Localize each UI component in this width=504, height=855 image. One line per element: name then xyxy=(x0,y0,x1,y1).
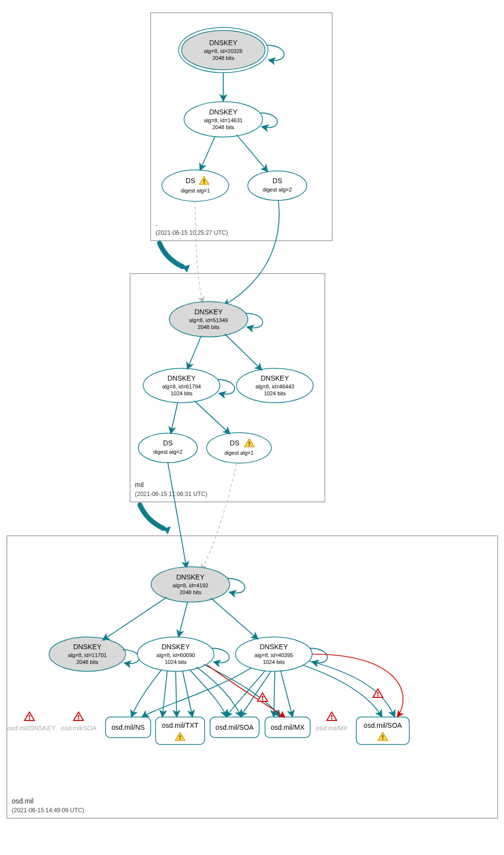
edge-milksk-zsk1 xyxy=(187,336,201,369)
edge-milksk-zsk2 xyxy=(225,334,262,370)
e-zsk1-mx xyxy=(204,664,280,717)
zone-mil-name: mil xyxy=(135,481,144,489)
rrset-ghost-mx: osd.mil/MX xyxy=(316,712,348,732)
svg-point-31 xyxy=(138,433,197,463)
zone-osd-name: osd.mil xyxy=(12,797,33,805)
svg-text:DNSKEY: DNSKEY xyxy=(194,308,223,316)
svg-text:DNSKEY: DNSKEY xyxy=(167,374,196,382)
edge-ds1-milksk xyxy=(195,201,203,303)
svg-point-16 xyxy=(248,171,307,200)
zone-osd-timestamp: (2021-06-15 14:49:09 UTC) xyxy=(12,807,84,814)
node-osd-zsk2[interactable]: DNSKEY alg=8, id=40395 1024 bits xyxy=(236,637,312,671)
dnssec-authentication-graph: . (2021-06-15 10:25:27 UTC) DNSKEY alg=8… xyxy=(0,0,504,855)
svg-text:alg=8, id=20326: alg=8, id=20326 xyxy=(204,48,243,54)
node-root-zsk[interactable]: DNSKEY alg=8, id=14631 2048 bits xyxy=(184,102,263,137)
svg-text:alg=8, id=61794: alg=8, id=61794 xyxy=(162,384,201,389)
rrset-ghost-soa1: osd.mil/SOA xyxy=(61,712,96,732)
zone-mil-timestamp: (2021-06-15 11:06:31 UTC) xyxy=(135,491,207,497)
rrset-ghost-dnskey: osd.mil/DNSKEY xyxy=(7,712,56,732)
node-mil-ds1[interactable]: DS digest alg=1 xyxy=(207,433,271,463)
svg-text:alg=8, id=40395: alg=8, id=40395 xyxy=(255,652,293,658)
svg-text:DS: DS xyxy=(230,439,239,447)
edge-milzsk1-ds2 xyxy=(171,403,178,433)
svg-text:DNSKEY: DNSKEY xyxy=(161,643,190,651)
edge-root-zsk-ds2 xyxy=(237,135,267,171)
zone-osd-box xyxy=(7,536,498,818)
node-mil-ds2[interactable]: DS digest alg=2 xyxy=(138,433,197,463)
edge-osd-ksk-self xyxy=(228,579,245,593)
node-root-ds2[interactable]: DS digest alg=2 xyxy=(248,171,307,200)
svg-text:alg=8, id=14631: alg=8, id=14631 xyxy=(204,117,243,123)
svg-text:2048 bits: 2048 bits xyxy=(198,324,220,330)
edge-root-ksk-self xyxy=(266,45,284,60)
edge-ds1-osdksk xyxy=(201,463,237,570)
edge-mil-ksk-self xyxy=(246,313,263,328)
rrset-mx[interactable]: osd.mil/MX xyxy=(265,717,310,738)
node-root-ds1[interactable]: DS digest alg=1 xyxy=(162,170,229,201)
e-zsk1-txt xyxy=(176,671,177,717)
node-osd-zsk1[interactable]: DNSKEY alg=8, id=60090 1024 bits xyxy=(137,637,214,671)
node-osd-zsk0[interactable]: DNSKEY alg=8, id=11701 2048 bits xyxy=(49,637,126,671)
svg-text:2048 bits: 2048 bits xyxy=(212,55,235,61)
rrset-soa[interactable]: osd.mil/SOA xyxy=(210,717,259,738)
svg-text:DNSKEY: DNSKEY xyxy=(261,374,289,382)
node-mil-ksk[interactable]: DNSKEY alg=8, id=51349 2048 bits xyxy=(169,302,248,337)
svg-text:osd.mil/MX: osd.mil/MX xyxy=(270,723,305,731)
svg-text:osd.mil/NS: osd.mil/NS xyxy=(111,723,145,731)
svg-text:alg=8, id=4192: alg=8, id=4192 xyxy=(173,582,209,588)
svg-text:DNSKEY: DNSKEY xyxy=(209,39,238,47)
node-root-ksk[interactable]: DNSKEY alg=8, id=20326 2048 bits xyxy=(179,28,268,73)
svg-text:DS: DS xyxy=(186,177,195,185)
svg-text:alg=8, id=51349: alg=8, id=51349 xyxy=(189,317,228,323)
svg-text:osd.mil/TXT: osd.mil/TXT xyxy=(162,721,199,729)
delegation-mil-osd xyxy=(140,505,163,528)
node-mil-zsk2[interactable]: DNSKEY alg=8, id=46443 1024 bits xyxy=(237,368,313,403)
svg-text:osd.mil/SOA: osd.mil/SOA xyxy=(364,721,402,729)
svg-text:1024 bits: 1024 bits xyxy=(165,659,187,665)
e-zsk1-txt-l xyxy=(162,670,167,717)
edge-ds2-osdksk xyxy=(168,463,186,568)
svg-text:DNSKEY: DNSKEY xyxy=(260,643,288,651)
svg-text:osd.mil/SOA: osd.mil/SOA xyxy=(61,724,96,732)
node-mil-zsk1[interactable]: DNSKEY alg=8, id=61794 1024 bits xyxy=(143,368,220,403)
svg-text:2048 bits: 2048 bits xyxy=(77,659,99,665)
e-zsk2-mx-r xyxy=(281,671,292,717)
svg-text:2048 bits: 2048 bits xyxy=(212,124,235,130)
svg-text:digest alg=1: digest alg=1 xyxy=(224,450,254,456)
edge-osdksk-zsk1 xyxy=(179,602,187,636)
error-icon xyxy=(74,712,83,720)
error-icon xyxy=(327,712,337,720)
rrset-txt[interactable]: osd.mil/TXT xyxy=(156,717,205,745)
svg-text:DNSKEY: DNSKEY xyxy=(73,643,102,651)
edge-osdksk-zsk0 xyxy=(103,597,167,640)
svg-text:alg=8, id=46443: alg=8, id=46443 xyxy=(256,384,294,389)
svg-text:osd.mil/MX: osd.mil/MX xyxy=(316,724,348,732)
edge-root-zsk-self xyxy=(261,113,277,128)
svg-text:1024 bits: 1024 bits xyxy=(171,390,193,396)
edge-osdksk-zsk2 xyxy=(211,598,258,639)
svg-text:digest alg=2: digest alg=2 xyxy=(263,187,292,193)
rrset-ns[interactable]: osd.mil/NS xyxy=(106,717,151,738)
node-osd-ksk[interactable]: DNSKEY alg=8, id=4192 2048 bits xyxy=(151,567,230,602)
rrset-soa2[interactable]: osd.mil/SOA xyxy=(356,717,409,745)
e-zsk2-soa2-l xyxy=(302,665,382,717)
svg-text:1024 bits: 1024 bits xyxy=(263,659,285,665)
edge-osd-zsk1-self xyxy=(212,648,229,663)
zone-root-timestamp: (2021-06-15 10:25:27 UTC) xyxy=(156,229,228,236)
svg-text:DNSKEY: DNSKEY xyxy=(176,573,205,581)
edge-root-zsk-ds1 xyxy=(200,137,215,170)
zone-root-name: . xyxy=(156,220,158,227)
svg-text:osd.mil/SOA: osd.mil/SOA xyxy=(215,723,254,731)
svg-text:DS: DS xyxy=(272,177,282,185)
svg-text:digest alg=2: digest alg=2 xyxy=(153,449,183,455)
edge-mil-zsk1-self xyxy=(218,380,235,394)
edge-ds2-milksk xyxy=(224,200,279,305)
error-icon xyxy=(25,712,34,720)
e-zsk2-soa2-r xyxy=(309,661,395,717)
svg-text:1024 bits: 1024 bits xyxy=(264,390,286,396)
svg-text:alg=8, id=11701: alg=8, id=11701 xyxy=(68,652,107,658)
svg-text:DNSKEY: DNSKEY xyxy=(209,108,238,116)
delegation-root-mil xyxy=(159,243,183,267)
e-zsk2-ns xyxy=(142,668,251,717)
svg-text:osd.mil/DNSKEY: osd.mil/DNSKEY xyxy=(7,724,56,732)
